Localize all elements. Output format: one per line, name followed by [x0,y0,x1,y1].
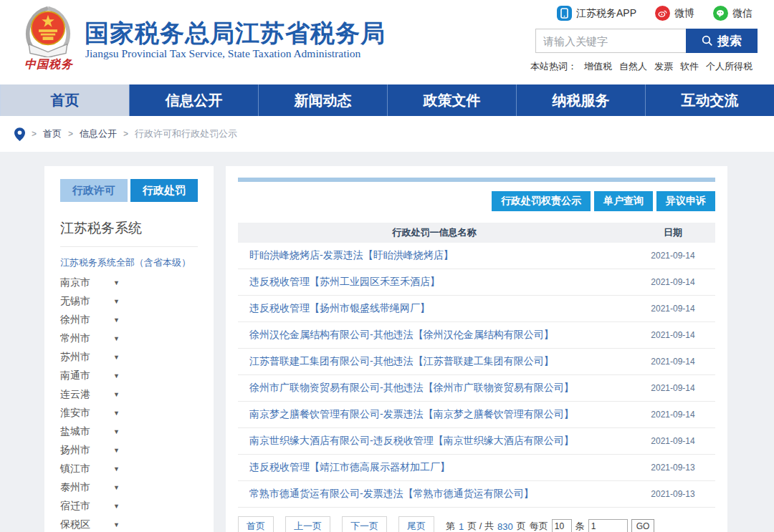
penalty-item-link[interactable]: 违反税收管理【靖江市德高展示器材加工厂】 [238,461,631,474]
quick-links: 江苏税务APP 微博 微信 [557,6,752,21]
nav-item-label: 新闻动态 [295,91,352,110]
wechat-link-label: 微信 [732,7,752,20]
penalty-item-link[interactable]: 徐州汉伦金属结构有限公司-其他违法【徐州汉伦金属结构有限公司】 [238,329,631,342]
breadcrumb: > 首页 > 信息公开 > 行政许可和行政处罚公示 [0,116,774,152]
table-row: 常熟市德通货运有限公司-发票违法【常熟市德通货运有限公司】 2021-09-13 [238,481,715,508]
city-label: 盐城市 [60,425,105,438]
penalty-item-link[interactable]: 违反税收管理【扬州市银盛线带绳网厂】 [238,302,631,315]
chevron-down-icon: ▼ [113,503,120,510]
hot-word-link[interactable]: 个人所得税 [706,60,752,73]
nav-item[interactable]: 互动交流 [645,84,774,116]
total-pages-number: 830 [497,521,513,532]
search-icon [702,35,713,47]
sidebar: 行政许可 行政处罚 江苏税务系统 江苏税务系统全部（含省本级） 南京市 ▼ [44,166,214,532]
breadcrumb-link: 行政许可和行政处罚公示 [135,127,237,140]
table-row: 南京世织缘大酒店有限公司-违反税收管理【南京世织缘大酒店有限公司】 2021-0… [238,428,715,455]
go-button[interactable]: GO [631,519,655,532]
prev-page-button[interactable]: 上一页 [285,516,330,532]
penalty-item-date: 2021-09-14 [631,251,715,261]
site-subtitle: Jiangsu Provincial Tax Service, State Ta… [85,47,360,60]
table-header: 行政处罚一信息名称 日期 [238,223,715,243]
hot-word-link[interactable]: 增值税 [584,60,612,73]
per-page-input[interactable] [552,519,572,532]
wechat-link[interactable]: 微信 [713,6,752,21]
nav-item[interactable]: 政策文件 [387,84,516,116]
city-item[interactable]: 保税区 ▼ [60,516,198,532]
city-item[interactable]: 淮安市 ▼ [60,404,198,422]
breadcrumb-link[interactable]: 首页 [43,127,62,140]
site-header: 中国税务 国家税务总局江苏省税务局 Jiangsu Provincial Tax… [0,0,774,84]
chevron-down-icon: ▼ [113,298,120,305]
city-label: 扬州市 [60,444,105,457]
logo-caption: 中国税务 [16,57,82,72]
weibo-link[interactable]: 微博 [655,6,694,21]
city-item[interactable]: 泰州市 ▼ [60,478,198,497]
hot-word-link[interactable]: 发票 [654,60,673,73]
city-item[interactable]: 连云港 ▼ [60,385,198,404]
nav-item[interactable]: 纳税服务 [516,84,645,116]
of-word: 页 / 共 [467,520,494,532]
city-label: 徐州市 [60,314,105,327]
city-item[interactable]: 宿迁市 ▼ [60,497,198,516]
city-item[interactable]: 无锡市 ▼ [60,292,198,311]
city-label: 保税区 [60,518,105,531]
chevron-down-icon: ▼ [113,428,120,435]
nav-item[interactable]: 首页 [0,84,129,116]
penalty-item-link[interactable]: 江苏普联建工集团有限公司-其他违法【江苏普联建工集团有限公司】 [238,355,631,368]
first-page-button[interactable]: 首页 [238,516,274,532]
city-item[interactable]: 南京市 ▼ [60,274,198,292]
column-header-date: 日期 [631,226,715,239]
breadcrumb-link[interactable]: 信息公开 [80,127,117,140]
penalty-item-link[interactable]: 南京世织缘大酒店有限公司-违反税收管理【南京世织缘大酒店有限公司】 [238,435,631,448]
sidebar-all-link[interactable]: 江苏税务系统全部（含省本级） [60,256,198,269]
hot-words: 本站热词： 增值税自然人发票软件个人所得税开 [530,60,760,73]
action-button[interactable]: 单户查询 [594,191,653,211]
unit-word: 条 [575,520,585,532]
action-button[interactable]: 异议申诉 [656,191,715,211]
action-button[interactable]: 行政处罚权责公示 [492,191,591,211]
city-label: 常州市 [60,332,105,345]
city-item[interactable]: 扬州市 ▼ [60,441,198,460]
chevron-down-icon: ▼ [113,447,120,454]
city-item[interactable]: 苏州市 ▼ [60,348,198,367]
wechat-icon [713,6,728,21]
search-button[interactable]: 搜索 [686,29,758,53]
city-item[interactable]: 徐州市 ▼ [60,311,198,329]
nav-item[interactable]: 新闻动态 [258,84,387,116]
city-item[interactable]: 镇江市 ▼ [60,460,198,478]
goto-page-input[interactable] [588,519,628,532]
penalty-item-date: 2021-09-14 [631,410,715,420]
table-row: 南京梦之膳餐饮管理有限公司-发票违法【南京梦之膳餐饮管理有限公司】 2021-0… [238,402,715,428]
penalty-item-link[interactable]: 徐州市广联物资贸易有限公司-其他违法【徐州市广联物资贸易有限公司】 [238,382,631,395]
site-title: 国家税务总局江苏省税务局 [85,17,386,50]
app-link-label: 江苏税务APP [576,7,636,20]
city-item[interactable]: 南通市 ▼ [60,367,198,385]
hot-word-link[interactable]: 软件 [680,60,699,73]
sidebar-tabs: 行政许可 行政处罚 [60,179,198,202]
chevron-down-icon: ▼ [113,465,120,473]
penalty-table: 行政处罚一信息名称 日期 盱眙洪峰烧烤店-发票违法【盱眙洪峰烧烤店】 2021-… [238,223,715,508]
last-page-button[interactable]: 尾页 [398,516,434,532]
next-page-button[interactable]: 下一页 [342,516,387,532]
action-button-label: 异议申诉 [666,195,706,208]
nav-item[interactable]: 信息公开 [129,84,258,116]
penalty-item-link[interactable]: 南京梦之膳餐饮管理有限公司-发票违法【南京梦之膳餐饮管理有限公司】 [238,408,631,421]
penalty-item-link[interactable]: 盱眙洪峰烧烤店-发票违法【盱眙洪峰烧烤店】 [238,249,631,262]
penalty-item-date: 2021-09-13 [631,489,715,499]
city-item[interactable]: 常州市 ▼ [60,329,198,348]
breadcrumb-items: > 首页 > 信息公开 > 行政许可和行政处罚公示 [32,127,237,140]
city-label: 泰州市 [60,481,105,494]
current-page-number: 1 [459,521,464,532]
city-item[interactable]: 盐城市 ▼ [60,422,198,441]
penalty-item-link[interactable]: 常熟市德通货运有限公司-发票违法【常熟市德通货运有限公司】 [238,488,631,500]
hot-word-link[interactable]: 自然人 [619,60,647,73]
app-link[interactable]: 江苏税务APP [557,6,636,21]
sidebar-tab[interactable]: 行政许可 [60,179,128,202]
search-bar: 搜索 [535,29,758,53]
search-input[interactable] [535,29,686,53]
table-row: 盱眙洪峰烧烤店-发票违法【盱眙洪峰烧烤店】 2021-09-14 [238,243,715,269]
sidebar-tab[interactable]: 行政处罚 [130,179,198,202]
penalty-item-link[interactable]: 违反税收管理【苏州工业园区禾至禾酒店】 [238,276,631,289]
chevron-down-icon: ▼ [113,521,120,528]
nav-item-label: 信息公开 [166,91,223,110]
